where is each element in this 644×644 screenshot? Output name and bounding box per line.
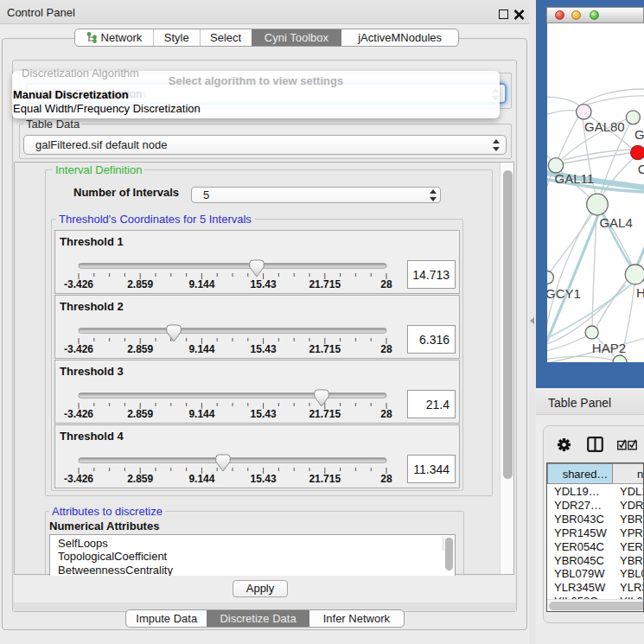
svg-text:21.715: 21.715 xyxy=(309,473,341,485)
svg-text:21.715: 21.715 xyxy=(309,278,341,290)
svg-text:21.715: 21.715 xyxy=(309,408,341,420)
svg-text:21.715: 21.715 xyxy=(309,343,341,355)
svg-text:2.859: 2.859 xyxy=(127,473,153,485)
svg-text:HAP2: HAP2 xyxy=(592,341,626,355)
svg-text:2.859: 2.859 xyxy=(127,278,153,290)
svg-text:GAL11: GAL11 xyxy=(555,171,595,186)
svg-text:GA: GA xyxy=(634,127,644,142)
svg-text:GAL4: GAL4 xyxy=(599,215,632,230)
svg-text:28: 28 xyxy=(380,408,392,420)
svg-text:GCY1: GCY1 xyxy=(547,286,581,301)
svg-text:-3.426: -3.426 xyxy=(64,278,93,290)
svg-text:9.144: 9.144 xyxy=(188,473,214,485)
svg-text:15.43: 15.43 xyxy=(251,473,277,485)
svg-text:GAL80: GAL80 xyxy=(584,119,625,134)
svg-text:-3.426: -3.426 xyxy=(64,343,93,355)
svg-text:2.859: 2.859 xyxy=(127,408,153,420)
svg-text:28: 28 xyxy=(380,343,392,355)
svg-text:9.144: 9.144 xyxy=(188,408,214,420)
svg-text:28: 28 xyxy=(380,278,392,290)
svg-text:15.43: 15.43 xyxy=(251,343,277,355)
svg-text:15.43: 15.43 xyxy=(251,278,277,290)
svg-text:28: 28 xyxy=(380,473,392,485)
svg-text:-3.426: -3.426 xyxy=(64,408,93,420)
svg-text:H: H xyxy=(636,285,644,300)
svg-text:C: C xyxy=(638,162,644,176)
svg-text:9.144: 9.144 xyxy=(188,278,214,290)
svg-text:2.859: 2.859 xyxy=(127,343,153,355)
svg-text:15.43: 15.43 xyxy=(251,408,277,420)
svg-text:-3.426: -3.426 xyxy=(64,473,93,485)
svg-text:9.144: 9.144 xyxy=(188,343,214,355)
